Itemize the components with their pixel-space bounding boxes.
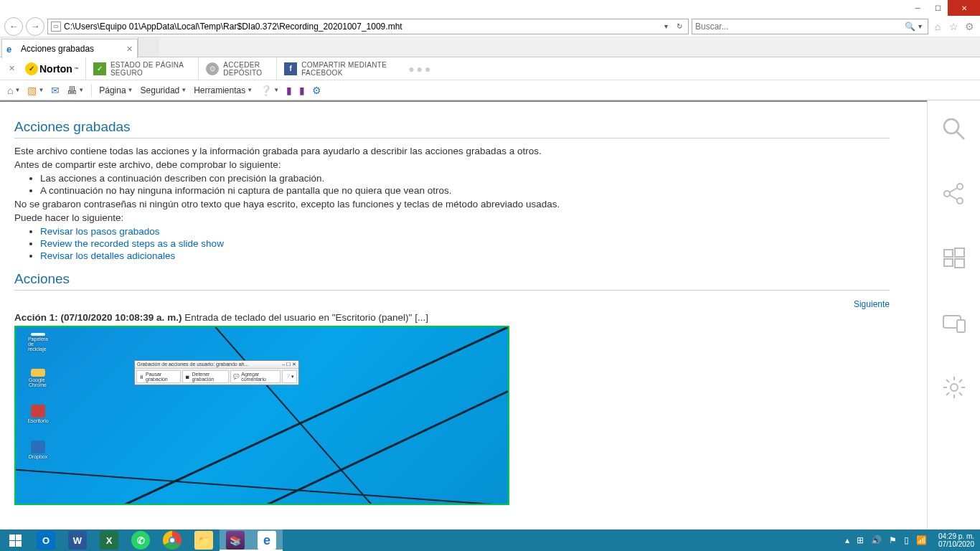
minimize-button[interactable]: ─: [908, 0, 928, 16]
intro-text-2: Antes de compartir este archivo, debe co…: [14, 159, 890, 170]
link-next[interactable]: Siguiente: [854, 299, 890, 309]
home-menu[interactable]: ⌂▼: [7, 85, 20, 96]
help-menu[interactable]: ❔▼: [260, 85, 279, 96]
onenote-linked-icon[interactable]: ▮: [286, 85, 292, 96]
page-menu[interactable]: Página▼: [99, 85, 133, 95]
svg-line-25: [959, 380, 962, 382]
svg-rect-14: [955, 259, 964, 268]
right-sidebar: [927, 100, 980, 529]
search-bar[interactable]: 🔍 ▾: [692, 19, 928, 34]
page-status-value: SEGURO: [110, 69, 184, 77]
taskbar-chrome[interactable]: [156, 529, 188, 551]
home-icon[interactable]: ⌂: [931, 20, 944, 33]
tray-battery-icon[interactable]: ▯: [904, 535, 909, 545]
vault-label-bottom: DEPÓSITO: [223, 69, 262, 77]
svg-line-9: [950, 188, 957, 192]
svg-line-3: [215, 327, 372, 505]
refresh-button[interactable]: ↻: [674, 22, 685, 30]
devices-icon[interactable]: [940, 309, 969, 337]
share-icon[interactable]: [940, 179, 969, 208]
dropdown-icon[interactable]: ▾: [661, 22, 671, 30]
vault-item[interactable]: ⊙ ACCEDER DEPÓSITO: [198, 57, 269, 80]
magnify-icon[interactable]: [940, 115, 969, 143]
toolbar-close-icon[interactable]: ✕: [6, 64, 18, 73]
new-tab-button[interactable]: [138, 37, 159, 57]
password-note: No se grabaron contraseñas ni ningún otr…: [14, 199, 890, 209]
address-bar[interactable]: ▭ ▾ ↻: [47, 19, 689, 34]
taskbar-explorer[interactable]: 📁: [188, 529, 220, 551]
tray-volume-icon[interactable]: 🔊: [871, 535, 882, 545]
pause-recording-button: ⏸ Pausar grabación: [136, 370, 181, 383]
tab-bar: e Acciones grabadas ✕: [0, 37, 980, 57]
page-icon: ▭: [51, 22, 61, 32]
link-review-steps[interactable]: Revisar los pasos grabados: [40, 226, 160, 237]
norton-toolbar: ✕ ✓ Norton ™ ✓ ESTADO DE PÁGINA SEGURO ⊙…: [0, 57, 980, 80]
clock-date: 07/10/2020: [938, 540, 974, 548]
svg-line-22: [946, 380, 949, 382]
tools-menu[interactable]: Herramientas▼: [194, 85, 253, 95]
page-status-item[interactable]: ✓ ESTADO DE PÁGINA SEGURO: [85, 57, 191, 80]
tray-dropbox-icon[interactable]: ⊞: [857, 535, 864, 545]
url-input[interactable]: [64, 22, 659, 32]
share-label-bottom: FACEBOOK: [301, 69, 387, 77]
settings-icon[interactable]: ⚙: [963, 20, 976, 33]
link-slideshow[interactable]: Review the recorded steps as a slide sho…: [40, 238, 224, 249]
norton-brand: Norton: [39, 63, 72, 75]
tray-network-icon[interactable]: 📶: [916, 535, 927, 545]
action-1-header: Acción 1: (07/10/2020 10:08:39 a. m.) En…: [14, 312, 890, 323]
forward-button[interactable]: →: [26, 17, 44, 36]
tray-flag-icon[interactable]: ⚑: [889, 535, 897, 545]
desktop-icon: [31, 405, 45, 418]
gear-icon[interactable]: ⚙: [312, 85, 321, 96]
vault-label-top: ACCEDER: [223, 61, 262, 69]
screenshot-action-1: Papelera de reciclaje Google Chrome Escr…: [14, 326, 509, 505]
dropbox-icon: [31, 441, 45, 453]
taskbar-excel[interactable]: X: [93, 529, 125, 551]
svg-line-2: [16, 470, 508, 505]
action-1-timestamp: Acción 1: (07/10/2020 10:08:39 a. m.): [14, 312, 184, 323]
search-icon[interactable]: 🔍: [905, 22, 915, 32]
search-input[interactable]: [695, 22, 905, 32]
action-1-desc: Entrada de teclado del usuario en "Escri…: [184, 312, 428, 323]
taskbar-clock[interactable]: 04:29 p. m. 07/10/2020: [934, 532, 974, 548]
svg-line-10: [950, 195, 957, 199]
tray-expand-icon[interactable]: ▴: [845, 535, 849, 545]
more-icon[interactable]: ●●●: [401, 63, 433, 75]
vault-icon: ⊙: [206, 62, 219, 75]
command-toolbar: ⌂▼ ▧▼ ✉ 🖶▼ Página▼ Seguridad▼ Herramient…: [0, 80, 980, 100]
taskbar-whatsapp[interactable]: ✆: [125, 529, 156, 551]
onenote-icon[interactable]: ▮: [299, 85, 305, 96]
svg-rect-13: [944, 259, 953, 266]
back-button[interactable]: ←: [4, 17, 23, 36]
norton-logo[interactable]: ✓ Norton ™: [25, 62, 78, 75]
favorites-icon[interactable]: ☆: [947, 20, 960, 33]
close-button[interactable]: ✕: [948, 0, 980, 16]
svg-line-24: [946, 392, 949, 395]
taskbar-word[interactable]: W: [62, 529, 93, 551]
content-area[interactable]: Acciones grabadas Este archivo contiene …: [0, 100, 927, 529]
taskbar-ie[interactable]: e: [251, 529, 283, 551]
security-menu[interactable]: Seguridad▼: [141, 85, 187, 95]
svg-rect-16: [957, 320, 965, 332]
share-item[interactable]: f COMPARTIR MEDIANTE FACEBOOK: [276, 57, 394, 80]
chrome-icon: [31, 369, 45, 377]
taskbar-winrar[interactable]: 📚: [220, 529, 251, 551]
check-item-2: A continuación no hay ninguna informació…: [40, 185, 890, 196]
start-button[interactable]: [0, 529, 30, 551]
settings-charm-icon[interactable]: [940, 373, 969, 402]
search-dropdown-icon[interactable]: ▾: [915, 22, 925, 30]
feeds-menu[interactable]: ▧▼: [27, 85, 44, 96]
taskbar: O W X ✆ 📁 📚 e ▴ ⊞ 🔊 ⚑ ▯ 📶 04:29 p. m. 07…: [0, 529, 980, 551]
navigation-bar: ← → ▭ ▾ ↻ 🔍 ▾ ⌂ ☆ ⚙: [0, 16, 980, 37]
mail-button[interactable]: ✉: [51, 85, 60, 96]
tab-close-icon[interactable]: ✕: [126, 44, 133, 54]
check-item-1: Las acciones a continuación describen co…: [40, 173, 890, 184]
print-menu[interactable]: 🖶▼: [67, 85, 84, 96]
svg-point-8: [957, 198, 963, 204]
maximize-button[interactable]: ☐: [928, 0, 948, 16]
link-details[interactable]: Revisar los detalles adicionales: [40, 250, 175, 261]
taskbar-outlook[interactable]: O: [30, 529, 62, 551]
start-icon[interactable]: [940, 244, 969, 273]
safe-badge-icon: ✓: [93, 62, 106, 75]
tab-active[interactable]: e Acciones grabadas ✕: [1, 39, 138, 58]
